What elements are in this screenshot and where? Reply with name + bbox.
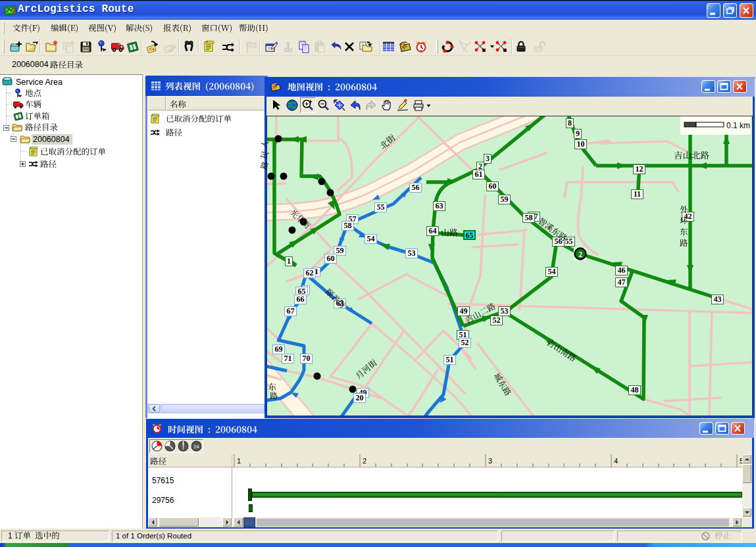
svg-text:3: 3 (488, 457, 492, 465)
svg-text:3: 3 (465, 49, 468, 53)
svg-text:2: 2 (578, 250, 582, 258)
svg-text:0.1 km: 0.1 km (726, 121, 750, 130)
svg-text:1: 1 (237, 457, 241, 465)
svg-text:2: 2 (363, 457, 366, 465)
svg-text:24: 24 (193, 444, 199, 450)
svg-text:2: 2 (468, 41, 471, 45)
svg-text:4: 4 (614, 457, 618, 465)
